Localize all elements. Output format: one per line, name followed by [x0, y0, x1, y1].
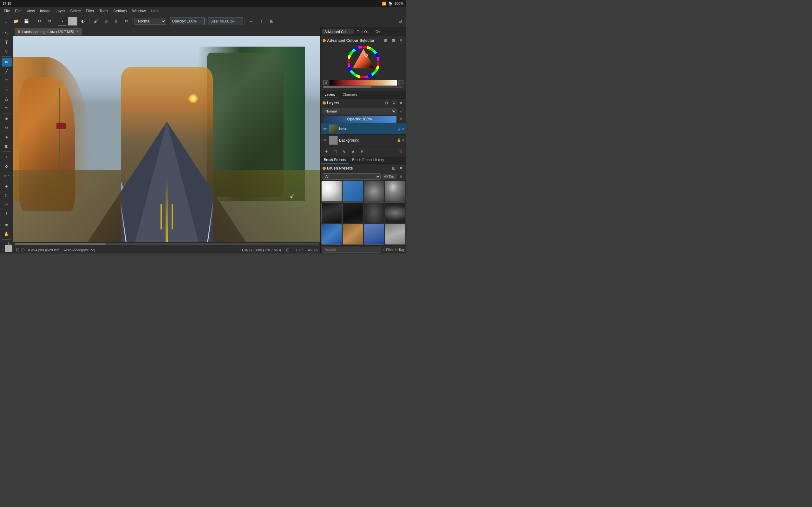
layer-visibility-background[interactable]: 👁 — [322, 138, 328, 143]
h-scrollbar-track[interactable] — [14, 243, 319, 245]
menu-layer[interactable]: Layer — [53, 8, 67, 14]
brush-tab-presets[interactable]: Brush Presets — [321, 157, 349, 164]
layers-close-icon[interactable]: ✕ — [398, 100, 404, 106]
add-layer-button[interactable]: + — [322, 148, 330, 155]
brush-filter-tag[interactable]: 🏷 Tag — [382, 174, 397, 179]
zoom-toggle-icon[interactable]: ⊞ — [286, 247, 290, 252]
erase-mode-button[interactable]: ⊘ — [101, 17, 111, 26]
canvas-tab[interactable]: Landscape-raghu.kra (120.7 MiB) ✕ — [14, 28, 82, 36]
colour-panel-grid-icon[interactable]: ⊞ — [383, 38, 389, 44]
tool-contiguous[interactable]: ⬚ — [2, 191, 12, 200]
layers-expand-icon[interactable]: ⊡ — [383, 100, 390, 106]
color-options-button[interactable]: ◐ — [78, 17, 88, 26]
canvas-mode-icon[interactable]: ⊡ — [16, 247, 19, 252]
tool-polygon-select[interactable]: ⬡ — [2, 200, 12, 209]
tool-pan[interactable]: ✋ — [2, 229, 12, 238]
colour-wheel-svg[interactable] — [348, 46, 379, 78]
tool-fill[interactable]: ◈ — [2, 132, 12, 141]
size-control[interactable]: Size: 40.00 px — [208, 17, 243, 25]
brush-item-12[interactable] — [385, 224, 405, 245]
menu-view[interactable]: View — [24, 8, 38, 14]
tool-smart-patch[interactable]: ⊕ — [2, 114, 12, 123]
menu-window[interactable]: Window — [130, 8, 148, 14]
layers-opacity-bar[interactable]: Opacity: 100% — [322, 116, 397, 123]
tool-magnetic[interactable]: ⌇ — [2, 210, 12, 218]
save-button[interactable]: 💾 — [21, 17, 31, 26]
panel-tab-tool[interactable]: Tool O... — [354, 29, 372, 34]
brush-preset-icon[interactable]: 🖌 — [91, 17, 101, 26]
h-scrollbar-thumb[interactable] — [14, 243, 106, 245]
layer-visibility-base[interactable]: 👁 — [322, 126, 328, 131]
layers-tab-layers[interactable]: Layers — [321, 91, 339, 98]
tool-rect[interactable]: □ — [2, 76, 12, 85]
new-document-button[interactable]: □ — [1, 17, 11, 26]
brush-item-4[interactable] — [385, 181, 405, 202]
menu-image[interactable]: Image — [38, 8, 53, 14]
blend-mode-select[interactable]: Normal — [135, 18, 166, 25]
tool-freehand[interactable]: 〜 — [2, 103, 12, 112]
tool-zoom[interactable]: ⊕ — [2, 220, 12, 229]
layers-blend-filter-icon[interactable]: ▽ — [398, 108, 404, 114]
brush-item-2[interactable] — [343, 181, 363, 202]
opacity-control[interactable]: Opacity: 100% — [170, 17, 205, 25]
brush-panel-close-icon[interactable]: ✕ — [398, 165, 404, 171]
brush-item-1[interactable] — [321, 181, 342, 202]
brush-item-11[interactable] — [364, 224, 385, 245]
brush-item-6[interactable] — [343, 203, 363, 223]
brush-item-10[interactable] — [343, 224, 363, 245]
layer-item-base[interactable]: 👁 base 🖌 α — [321, 123, 406, 135]
undo-button[interactable]: ↺ — [35, 17, 44, 26]
colour-gradient-bar[interactable] — [329, 80, 397, 86]
tool-move[interactable]: ✛ — [2, 162, 12, 171]
menu-settings[interactable]: Settings — [111, 8, 130, 14]
color-bg-button[interactable]: ▪ — [68, 17, 78, 26]
tool-clone[interactable]: ⊘ — [2, 124, 12, 132]
open-button[interactable]: 📂 — [11, 17, 21, 26]
brush-panel-expand-icon[interactable]: ⊡ — [391, 165, 397, 171]
panels-toggle-button[interactable]: ⊟ — [395, 17, 405, 26]
tool-crop[interactable]: ⌖ — [2, 153, 12, 162]
refresh-button[interactable]: ↺ — [121, 17, 131, 26]
wrap-button[interactable]: ⊞ — [267, 17, 276, 26]
canvas-viewport[interactable]: ↙ — [13, 36, 320, 242]
tool-ellipse[interactable]: ○ — [2, 85, 12, 94]
menu-help[interactable]: Help — [148, 8, 161, 14]
tool-text[interactable]: T — [2, 38, 12, 47]
layers-tab-channels[interactable]: Channels — [339, 91, 361, 98]
brush-tab-history[interactable]: Brush Preset History — [349, 157, 387, 164]
tool-sample[interactable]: ⊙ — [2, 182, 12, 191]
tool-measure[interactable]: △↔ — [2, 171, 12, 180]
color-fg-button[interactable]: ▪ — [58, 17, 67, 26]
panel-tab-overview[interactable]: Ov... — [373, 29, 385, 34]
tool-select[interactable]: ↖ — [2, 29, 12, 38]
tool-transform[interactable]: ⬡ — [2, 47, 12, 56]
h-scrollbar[interactable] — [13, 242, 320, 246]
move-layer-up-button[interactable]: ∧ — [349, 148, 357, 155]
filter-in-tag[interactable]: ✓ Filter in Tag — [382, 248, 404, 252]
tool-polygon[interactable]: △ — [2, 94, 12, 103]
colour-wheel[interactable] — [348, 46, 379, 78]
tool-gradient[interactable]: ◧ — [2, 142, 12, 151]
canvas-preview-icon[interactable]: ⊞ — [21, 247, 25, 252]
layers-opacity-menu-icon[interactable]: ≡ — [398, 116, 404, 122]
menu-filter[interactable]: Filter — [84, 8, 97, 14]
brush-item-3[interactable] — [364, 181, 385, 202]
layer-item-background[interactable]: 👁 Background 🔒 α — [321, 135, 406, 146]
brush-item-5[interactable] — [321, 203, 342, 223]
background-color[interactable] — [5, 245, 12, 252]
brush-filter-select[interactable]: All — [322, 173, 380, 180]
alpha-lock-button[interactable]: ⧲ — [111, 17, 121, 26]
tool-brush[interactable]: ✏ — [2, 58, 12, 66]
panel-tab-colour[interactable]: Advanced Colour Se... — [322, 29, 354, 34]
brush-item-7[interactable] — [364, 203, 385, 223]
menu-edit[interactable]: Edit — [12, 8, 24, 14]
tool-line[interactable]: ╱ — [2, 67, 12, 76]
menu-tools[interactable]: Tools — [97, 8, 111, 14]
brush-search-input[interactable] — [322, 247, 381, 252]
redo-button[interactable]: ↻ — [45, 17, 54, 26]
delete-layer-button[interactable]: 🗑 — [397, 148, 404, 155]
mirror-v-button[interactable]: ↕ — [257, 17, 266, 26]
duplicate-layer-button[interactable]: □ — [332, 148, 339, 155]
mirror-h-button[interactable]: ↔ — [247, 17, 256, 26]
layers-blend-select[interactable]: Normal — [322, 108, 397, 114]
